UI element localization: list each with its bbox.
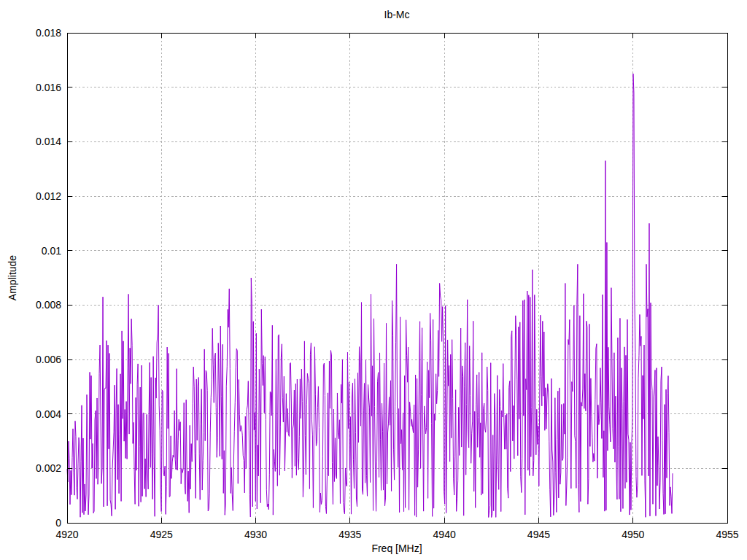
y-tick-label: 0.01 [42,245,61,257]
x-tick-label: 4945 [527,529,550,540]
chart-svg: Ib-Mc Freq [MHz] Amplitude 4920492549304… [0,0,747,560]
x-tick-label: 4920 [55,529,78,540]
chart-figure: Ib-Mc Freq [MHz] Amplitude 4920492549304… [0,0,747,560]
series-line [67,74,673,518]
x-tick-label: 4940 [433,529,456,540]
y-tick-label: 0.004 [36,408,61,420]
y-tick-label: 0.008 [36,299,61,311]
x-axis-label: Freq [MHz] [371,542,422,554]
y-tick-label: 0.012 [36,190,61,202]
x-tick-label: 4950 [622,529,644,540]
grid-layer [67,33,727,523]
y-tick-label: 0.002 [36,462,61,474]
y-tick-label: 0.014 [36,136,61,147]
y-tick-label: 0.018 [36,27,61,39]
y-tick-label: 0.016 [36,82,61,93]
y-tick-label: 0 [55,517,61,529]
x-tick-label: 4935 [338,529,361,540]
y-tick-label: 0.006 [36,354,61,365]
x-tick-label: 4925 [150,529,173,540]
x-tick-label: 4930 [244,529,267,540]
y-axis-label: Amplitude [7,255,18,300]
plot-border [67,33,727,523]
series-layer [67,74,673,518]
x-tick-label: 4955 [716,529,738,540]
chart-title: Ib-Mc [384,9,410,20]
frame-layer [67,33,727,523]
